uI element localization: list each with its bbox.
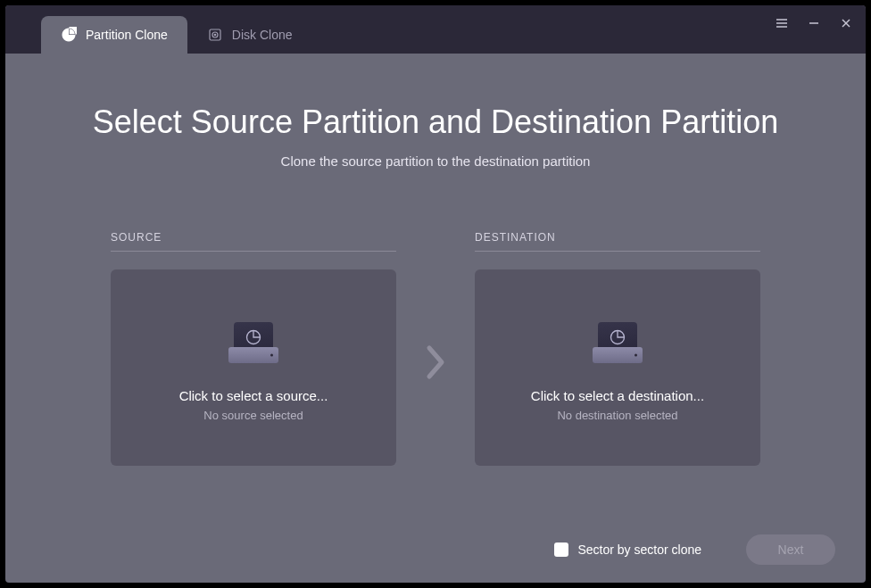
minimize-button[interactable] (803, 12, 825, 34)
drive-partition-icon (228, 313, 278, 363)
tab-partition-clone[interactable]: Partition Clone (41, 16, 187, 54)
source-primary-text: Click to select a source... (179, 388, 328, 403)
titlebar: Partition Clone Disk Clone (5, 5, 866, 54)
footer: Sector by sector clone Next (36, 534, 835, 565)
main-content: Select Source Partition and Destination … (5, 54, 866, 466)
next-button-label: Next (778, 542, 804, 557)
pie-icon (61, 27, 77, 43)
svg-point-2 (214, 34, 216, 36)
source-label: SOURCE (111, 231, 396, 252)
panels-row: SOURCE Click to select a source... No so… (59, 231, 812, 466)
sector-by-sector-checkbox[interactable]: Sector by sector clone (554, 542, 701, 557)
tab-label: Partition Clone (86, 28, 168, 42)
tab-label: Disk Clone (232, 28, 293, 42)
window-controls (771, 12, 857, 34)
destination-secondary-text: No destination selected (557, 409, 677, 422)
close-button[interactable] (835, 12, 857, 34)
checkbox-box (554, 542, 568, 557)
app-window: Partition Clone Disk Clone (5, 5, 866, 583)
source-card[interactable]: Click to select a source... No source se… (111, 269, 396, 466)
disk-icon (207, 27, 223, 43)
tab-disk-clone[interactable]: Disk Clone (187, 16, 312, 54)
next-button[interactable]: Next (746, 534, 835, 565)
menu-button[interactable] (771, 12, 792, 34)
destination-primary-text: Click to select a destination... (531, 388, 704, 403)
source-panel-group: SOURCE Click to select a source... No so… (111, 231, 396, 466)
tabs: Partition Clone Disk Clone (41, 5, 312, 54)
destination-label: DESTINATION (475, 231, 760, 252)
destination-card[interactable]: Click to select a destination... No dest… (475, 269, 760, 466)
page-title: Select Source Partition and Destination … (59, 104, 812, 141)
source-secondary-text: No source selected (203, 409, 303, 422)
destination-panel-group: DESTINATION Click to select a destinatio… (475, 231, 760, 466)
chevron-right-icon (418, 335, 453, 389)
drive-partition-icon (593, 313, 643, 363)
page-subtitle: Clone the source partition to the destin… (59, 153, 812, 169)
checkbox-label: Sector by sector clone (577, 542, 701, 557)
